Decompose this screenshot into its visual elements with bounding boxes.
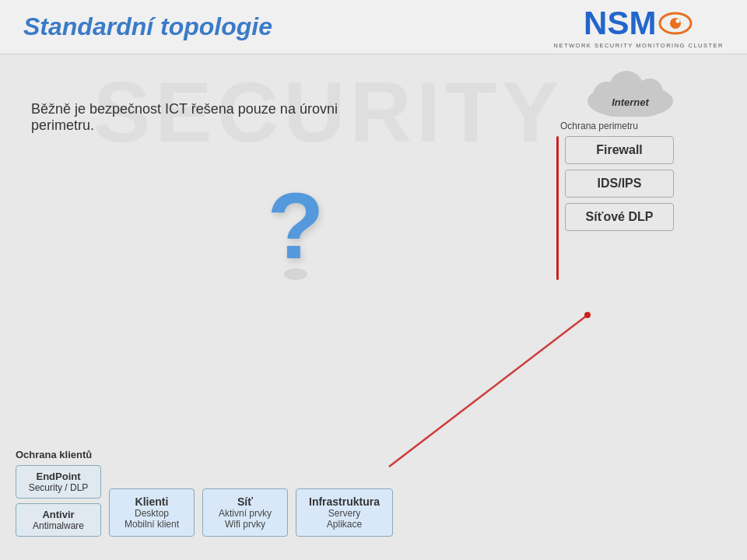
question-mark: ? — [267, 179, 324, 272]
firewall-box: Firewall — [565, 136, 674, 164]
svg-line-8 — [389, 315, 587, 467]
nsm-logo: NSM NETWORK SECURITY MONITORING CLUSTER — [554, 5, 724, 49]
svg-point-9 — [584, 312, 591, 318]
svg-point-1 — [670, 18, 681, 29]
infra-title: Infrastruktura — [309, 495, 380, 508]
klienti-mobilni: Mobilní klient — [122, 519, 181, 530]
intro-text: Běžně je bezpečnost ICT řešena pouze na … — [31, 101, 358, 134]
sit-aktivni: Aktivní prvky — [216, 508, 275, 519]
question-figure: ? — [218, 148, 374, 303]
antivir-title: Antivir — [26, 509, 91, 520]
antivir-box: Antivir Antimalware — [16, 503, 101, 537]
perimeter-left: Ochrana perimetru Firewall IDS/IPS Síťov… — [556, 121, 674, 280]
sit-title: Síť — [216, 495, 275, 508]
main-content: Běžně je bezpečnost ICT řešena pouze na … — [0, 54, 747, 560]
endpoint-title: EndPoint — [26, 471, 91, 482]
ochrana-klientu-group: Ochrana klientů EndPoint Security / DLP … — [16, 449, 101, 537]
endpoint-sub: Security / DLP — [26, 482, 91, 493]
nsm-eye-icon — [658, 9, 693, 37]
klienti-desktop: Desktop — [122, 508, 181, 519]
ochrana-klientu-label: Ochrana klientů — [16, 449, 92, 460]
sit-box: Síť Aktivní prvky Wifi prvky — [202, 488, 288, 537]
antivir-sub: Antimalware — [26, 520, 91, 531]
page-title: Standardní topologie — [23, 12, 272, 41]
sitove-dlp-box: Síťové DLP — [565, 203, 674, 231]
infra-servery: Servery — [309, 508, 380, 519]
svg-point-2 — [676, 19, 680, 23]
perimeter-boxes: Firewall IDS/IPS Síťové DLP — [565, 136, 674, 280]
infra-box: Infrastruktura Servery Aplikace — [296, 488, 393, 537]
boxes-with-line: Firewall IDS/IPS Síťové DLP — [556, 136, 674, 280]
nsm-logo-text: NSM — [584, 5, 656, 42]
internet-cloud: Internet — [576, 66, 685, 117]
figure-shadow — [284, 268, 307, 280]
cloud-svg: Internet — [576, 66, 685, 117]
red-vertical-line — [556, 136, 559, 280]
sit-wifi: Wifi prvky — [216, 519, 275, 530]
client-boxes: EndPoint Security / DLP Antivir Antimalw… — [16, 465, 101, 537]
perimeter-layout: Ochrana perimetru Firewall IDS/IPS Síťov… — [556, 121, 728, 280]
bottom-section: Ochrana klientů EndPoint Security / DLP … — [16, 449, 731, 537]
ochrana-perimetru-label: Ochrana perimetru — [560, 121, 638, 131]
endpoint-box: EndPoint Security / DLP — [16, 465, 101, 499]
internet-cloud-group: Internet — [533, 66, 728, 117]
ids-ips-box: IDS/IPS — [565, 170, 674, 198]
perimeter-diagram: Internet Ochrana perimetru Firewall IDS/… — [533, 66, 728, 280]
header: Standardní topologie NSM NETWORK SECURIT… — [0, 0, 747, 54]
klienti-box: Klienti Desktop Mobilní klient — [109, 488, 195, 537]
nsm-logo-subtitle: NETWORK SECURITY MONITORING CLUSTER — [554, 42, 724, 49]
klienti-title: Klienti — [122, 495, 181, 508]
svg-text:Internet: Internet — [612, 96, 649, 108]
infra-aplikace: Aplikace — [309, 519, 380, 530]
